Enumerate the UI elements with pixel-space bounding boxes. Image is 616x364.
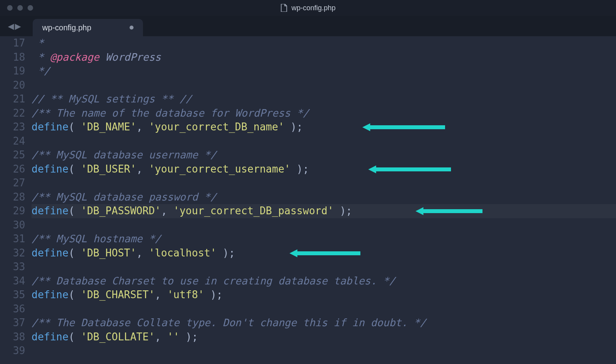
- code-line[interactable]: /** The Database Collate type. Don't cha…: [32, 316, 616, 330]
- code-token: 'DB_CHARSET': [81, 289, 155, 301]
- code-token: (: [69, 289, 81, 301]
- annotation-arrow-icon: [362, 123, 445, 131]
- code-token: 'DB_PASSWORD': [81, 205, 161, 217]
- annotation-arrow-icon: [368, 165, 451, 173]
- line-number: 24: [0, 134, 25, 149]
- line-number: 27: [0, 176, 25, 190]
- nav-back-icon[interactable]: ◀: [8, 20, 14, 32]
- code-token: ,: [136, 247, 148, 259]
- annotation-arrow-icon: [289, 249, 360, 257]
- code-line[interactable]: [32, 218, 616, 232]
- code-token: ,: [136, 121, 148, 133]
- code-line[interactable]: */: [32, 64, 616, 78]
- code-line[interactable]: define( 'DB_COLLATE', '' );: [32, 330, 616, 344]
- code-token: );: [204, 289, 223, 301]
- line-number: 39: [0, 344, 25, 358]
- code-line[interactable]: define( 'DB_NAME', 'your_correct_DB_name…: [32, 120, 616, 134]
- code-token: 'your_correct_username': [148, 163, 290, 175]
- code-token: define: [32, 121, 69, 133]
- code-token: ,: [136, 163, 148, 175]
- code-token: define: [32, 331, 69, 343]
- code-line[interactable]: define( 'DB_HOST', 'localhost' );: [32, 246, 616, 260]
- code-token: 'DB_HOST': [81, 247, 136, 259]
- line-number: 21: [0, 92, 25, 106]
- code-token: );: [217, 247, 235, 259]
- code-token: ,: [155, 331, 167, 343]
- minimize-window-button[interactable]: [17, 5, 23, 11]
- traffic-lights: [7, 5, 33, 11]
- line-number: 17: [0, 36, 25, 50]
- code-token: (: [69, 121, 81, 133]
- code-token: // ** MySQL settings ** //: [32, 93, 192, 105]
- code-line[interactable]: [32, 134, 616, 149]
- nav-arrows: ◀ ▶: [8, 20, 21, 32]
- titlebar-filename: wp-config.php: [291, 4, 336, 12]
- line-number-gutter: 1718192021222324252627282930313233343536…: [0, 36, 32, 364]
- code-line[interactable]: /** MySQL database username */: [32, 148, 616, 162]
- tab-wp-config[interactable]: wp-config.php: [33, 19, 143, 36]
- code-editor[interactable]: 1718192021222324252627282930313233343536…: [0, 36, 616, 364]
- code-token: );: [334, 205, 352, 217]
- code-token: );: [290, 163, 309, 175]
- line-number: 29: [0, 204, 25, 218]
- code-content[interactable]: * * @package WordPress */// ** MySQL set…: [32, 36, 616, 364]
- line-number: 25: [0, 148, 25, 162]
- code-line[interactable]: /** The name of the database for WordPre…: [32, 106, 616, 121]
- titlebar-title: wp-config.php: [280, 4, 336, 12]
- code-token: );: [284, 121, 303, 133]
- line-number: 20: [0, 78, 25, 93]
- code-token: define: [32, 163, 69, 175]
- line-number: 37: [0, 316, 25, 330]
- code-token: 'DB_USER': [81, 163, 136, 175]
- nav-forward-icon[interactable]: ▶: [15, 20, 21, 32]
- code-line[interactable]: [32, 78, 616, 93]
- code-token: /** MySQL hostname */: [32, 233, 161, 245]
- close-window-button[interactable]: [7, 5, 13, 11]
- code-token: /** MySQL database password */: [32, 191, 217, 203]
- code-line[interactable]: [32, 260, 616, 274]
- code-token: /** MySQL database username */: [32, 149, 217, 161]
- line-number: 32: [0, 246, 25, 260]
- line-number: 19: [0, 64, 25, 78]
- code-line[interactable]: define( 'DB_USER', 'your_correct_usernam…: [32, 162, 616, 176]
- code-line[interactable]: [32, 302, 616, 316]
- maximize-window-button[interactable]: [28, 5, 33, 11]
- code-token: *: [32, 51, 50, 63]
- code-token: 'your_correct_DB_name': [148, 121, 284, 133]
- code-line[interactable]: // ** MySQL settings ** //: [32, 92, 616, 106]
- line-number: 23: [0, 120, 25, 134]
- code-token: */: [32, 65, 50, 77]
- code-line[interactable]: * @package WordPress: [32, 50, 616, 65]
- code-token: ,: [155, 289, 167, 301]
- code-token: ,: [161, 205, 173, 217]
- code-token: (: [69, 247, 81, 259]
- code-token: define: [32, 289, 69, 301]
- code-line[interactable]: [32, 176, 616, 190]
- line-number: 35: [0, 288, 25, 302]
- code-line[interactable]: /** Database Charset to use in creating …: [32, 274, 616, 288]
- code-token: (: [69, 331, 81, 343]
- code-token: /** The Database Collate type. Don't cha…: [32, 317, 426, 329]
- code-line[interactable]: define( 'DB_PASSWORD', 'your_correct_DB_…: [32, 204, 616, 218]
- code-token: WordPress: [99, 51, 161, 63]
- code-token: '': [167, 331, 179, 343]
- code-token: 'localhost': [148, 247, 216, 259]
- line-number: 38: [0, 330, 25, 344]
- annotation-arrow-icon: [416, 207, 482, 215]
- line-number: 36: [0, 302, 25, 316]
- tab-modified-indicator-icon: [130, 26, 134, 30]
- line-number: 28: [0, 190, 25, 204]
- code-line[interactable]: define( 'DB_CHARSET', 'utf8' );: [32, 288, 616, 302]
- code-token: );: [180, 331, 198, 343]
- code-token: define: [32, 205, 69, 217]
- code-token: 'DB_NAME': [81, 121, 136, 133]
- code-token: 'your_correct_DB_password': [173, 205, 334, 217]
- code-token: /** The name of the database for WordPre…: [32, 107, 309, 119]
- code-token: 'DB_COLLATE': [81, 331, 155, 343]
- code-token: @package: [50, 51, 99, 63]
- code-token: define: [32, 247, 69, 259]
- code-line[interactable]: *: [32, 36, 616, 50]
- code-line[interactable]: /** MySQL database password */: [32, 190, 616, 204]
- code-line[interactable]: [32, 344, 616, 358]
- code-line[interactable]: /** MySQL hostname */: [32, 232, 616, 246]
